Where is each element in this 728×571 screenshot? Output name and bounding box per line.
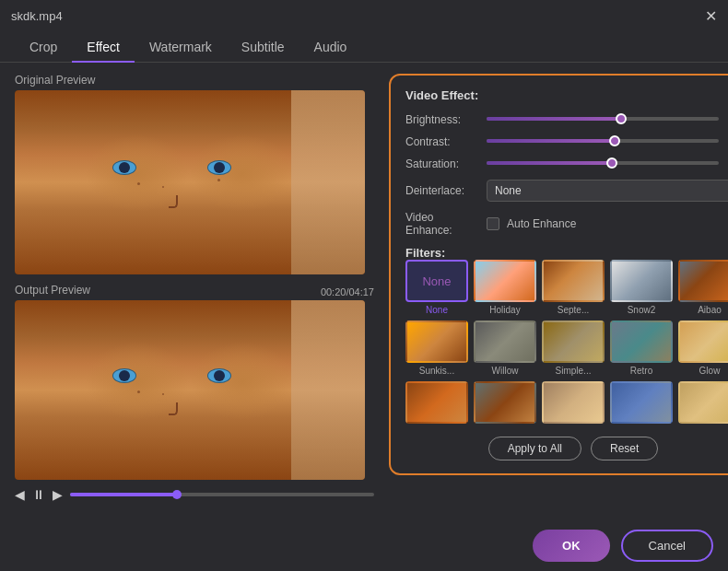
filter-none[interactable]: None None [405,260,468,315]
title-bar: skdk.mp4 ✕ [0,0,728,32]
brightness-track [487,117,719,121]
video-enhance-label: Video Enhance: [405,211,479,237]
brightness-label: Brightness: [405,113,479,126]
auto-enhance-checkbox[interactable] [487,217,499,230]
filter-snow2-thumb [610,260,673,302]
filter-simple[interactable]: Simple... [542,320,605,376]
filter-snow2[interactable]: Snow2 [610,260,673,315]
video-effect-box: Video Effect: Brightness: 0 Contrast: [389,74,728,475]
filter-glow-label: Glow [699,366,721,376]
original-preview-label: Original Preview [15,74,374,87]
filter-glow-thumb [678,320,728,363]
contrast-slider[interactable] [487,139,719,145]
original-preview-section: Original Preview [15,74,374,274]
filter-none-thumb: None [405,260,468,302]
tab-bar: Crop Effect Watermark Subtitle Audio [0,32,728,63]
pupil-left-orig [119,162,130,173]
filter-holiday[interactable]: Holiday [474,260,536,315]
output-time: 00:20/04:17 [321,286,374,297]
filter-extra-5-thumb [678,381,728,424]
eye-left-out [112,368,136,383]
contrast-track [487,139,719,143]
filter-extra-3[interactable] [542,381,605,424]
filter-none-text: None [422,274,451,288]
progress-fill [70,493,177,496]
original-preview-video [15,90,365,274]
filter-simple-thumb [542,320,605,363]
saturation-row: Saturation: 0 [405,157,728,170]
play-pause-button[interactable]: ⏸ [32,487,45,502]
contrast-thumb [609,135,620,146]
close-button[interactable]: ✕ [705,7,717,25]
tab-crop[interactable]: Crop [15,32,72,62]
reset-button[interactable]: Reset [591,437,658,460]
brightness-row: Brightness: 0 [405,113,728,126]
enhance-row: Video Enhance: Auto Enhance [405,211,728,237]
filter-extra-5[interactable] [678,381,728,424]
contrast-label: Contrast: [405,135,479,148]
player-controls: ◀ ⏸ ▶ [15,484,374,506]
hand-orig [291,90,365,274]
tab-audio[interactable]: Audio [299,32,362,62]
ok-button[interactable]: OK [533,530,610,562]
cancel-button[interactable]: Cancel [621,530,713,562]
filter-retro-label: Retro [630,366,652,376]
brightness-fill [487,117,621,121]
filters-row-3 [405,381,728,424]
output-preview-label: Output Preview [15,284,90,297]
saturation-track [487,161,719,165]
deinterlace-select-wrap: None ▾ [487,180,728,202]
filter-willow-label: Willow [492,366,519,376]
original-face-render [15,90,365,274]
saturation-fill [487,161,612,165]
tab-watermark[interactable]: Watermark [135,32,227,62]
contrast-fill [487,139,615,143]
filters-section: Filters: None None [405,246,728,424]
filter-sunkis[interactable]: Sunkis... [405,320,468,376]
filter-willow-thumb [474,320,536,363]
filter-none-label: None [426,305,448,315]
filter-extra-1[interactable] [405,381,468,424]
right-panel: Video Effect: Brightness: 0 Contrast: [389,74,728,509]
filters-label: Filters: [405,246,728,260]
apply-row: Apply to All Reset [405,437,728,460]
output-preview-section: Output Preview 00:20/04:17 [15,284,374,506]
filter-septe[interactable]: Septe... [542,260,605,315]
freckle-out-2 [162,393,164,395]
tab-effect[interactable]: Effect [72,32,135,62]
filters-row-2: Sunkis... Willow Simple... [405,320,728,376]
deinterlace-select[interactable]: None [487,180,728,202]
brightness-slider[interactable] [487,117,719,122]
filters-grid: None None Holiday Septe... [405,260,728,424]
freckle-out-1 [137,390,140,393]
filter-aibao[interactable]: Aibao [678,260,728,315]
filter-extra-2[interactable] [474,381,536,424]
freckle-1 [137,182,140,185]
filter-septe-label: Septe... [558,305,589,315]
deinterlace-label: Deinterlace: [405,184,479,197]
pupil-right-orig [214,162,225,173]
filter-retro[interactable]: Retro [610,320,673,376]
filter-sunkis-label: Sunkis... [419,366,454,376]
filter-willow[interactable]: Willow [474,320,536,376]
next-button[interactable]: ▶ [53,487,63,502]
filter-extra-3-thumb [542,381,605,424]
deinterlace-row: Deinterlace: None ▾ [405,180,728,202]
filter-holiday-thumb [474,260,536,302]
prev-button[interactable]: ◀ [15,487,25,502]
progress-thumb [172,490,182,499]
apply-to-all-button[interactable]: Apply to All [488,437,581,460]
filter-extra-4[interactable] [610,381,673,424]
output-header: Output Preview 00:20/04:17 [15,284,374,300]
contrast-row: Contrast: 0 [405,135,728,148]
freckle-3 [217,179,220,181]
filter-glow[interactable]: Glow [678,320,728,376]
bottom-bar: OK Cancel [0,520,728,571]
freckle-2 [162,186,164,188]
filter-retro-thumb [610,320,673,363]
nose-orig [169,195,178,208]
saturation-thumb [606,157,617,169]
tab-subtitle[interactable]: Subtitle [227,32,299,62]
saturation-slider[interactable] [487,161,719,167]
progress-bar[interactable] [70,493,374,496]
